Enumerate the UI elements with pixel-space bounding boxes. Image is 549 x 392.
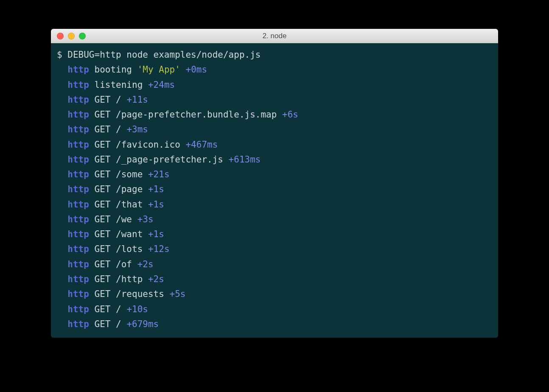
indent <box>57 227 67 242</box>
log-namespace: http <box>67 140 89 150</box>
log-namespace: http <box>67 319 89 329</box>
log-namespace: http <box>67 214 89 224</box>
close-icon[interactable] <box>57 33 64 39</box>
indent <box>57 78 67 92</box>
log-delta: +3s <box>137 214 154 224</box>
command-line: $ DEBUG=http node examples/node/app.js <box>57 48 492 62</box>
indent <box>57 152 67 167</box>
log-message: GET /requests <box>95 289 170 299</box>
log-message-post <box>180 64 186 75</box>
indent <box>57 137 67 152</box>
indent <box>57 92 67 107</box>
log-namespace: http <box>67 184 89 194</box>
minimize-icon[interactable] <box>68 33 75 39</box>
log-message: GET /of <box>95 259 137 269</box>
log-delta: +2s <box>148 274 164 284</box>
log-delta: +1s <box>148 199 164 210</box>
log-delta: +5s <box>170 289 186 299</box>
indent <box>57 317 67 332</box>
indent <box>57 107 67 122</box>
indent <box>57 122 67 137</box>
log-message: GET / <box>95 95 127 105</box>
log-namespace: http <box>67 259 89 269</box>
log-message: GET /we <box>95 214 137 224</box>
log-message: GET /page <box>95 184 148 194</box>
log-delta: +24ms <box>148 80 175 90</box>
log-line: http booting 'My App' +0ms <box>57 62 492 77</box>
indent <box>57 302 67 317</box>
prompt-symbol: $ <box>57 50 67 60</box>
log-line: http listening +24ms <box>57 78 492 92</box>
indent <box>57 257 67 272</box>
log-message: GET / <box>95 304 127 314</box>
log-line: http GET /we +3s <box>57 212 492 227</box>
log-delta: +21s <box>148 169 170 179</box>
log-message: GET /http <box>95 274 148 284</box>
log-message: GET /want <box>95 229 148 239</box>
indent <box>57 182 67 197</box>
indent <box>57 62 67 77</box>
log-line: http GET / +10s <box>57 302 492 317</box>
log-delta: +679ms <box>126 319 159 329</box>
log-delta: +11s <box>126 95 148 105</box>
indent <box>57 167 67 182</box>
log-namespace: http <box>67 229 89 239</box>
log-line: http GET /page +1s <box>57 182 492 197</box>
log-line: http GET /http +2s <box>57 272 492 287</box>
log-delta: +613ms <box>229 154 261 165</box>
log-message: GET /lots <box>95 244 148 254</box>
log-message: listening <box>95 80 148 90</box>
window-title: 2. node <box>51 32 498 40</box>
log-output: http booting 'My App' +0ms http listenin… <box>57 62 492 332</box>
terminal-window: 2. node $ DEBUG=http node examples/node/… <box>51 29 498 338</box>
log-line: http GET /that +1s <box>57 197 492 212</box>
indent <box>57 212 67 227</box>
log-line: http GET /_page-prefetcher.js +613ms <box>57 152 492 167</box>
maximize-icon[interactable] <box>79 33 86 39</box>
log-namespace: http <box>67 244 89 254</box>
indent <box>57 287 67 302</box>
log-namespace: http <box>67 289 89 299</box>
log-delta: +1s <box>148 229 164 239</box>
log-message: GET /favicon.ico <box>95 140 186 150</box>
log-namespace: http <box>67 199 89 210</box>
log-delta: +10s <box>126 304 148 314</box>
log-line: http GET /requests +5s <box>57 287 492 302</box>
log-message: booting <box>95 64 137 75</box>
indent <box>57 242 67 257</box>
titlebar: 2. node <box>51 29 498 43</box>
log-string: 'My App' <box>137 64 180 75</box>
log-delta: +1s <box>148 184 164 194</box>
log-line: http GET / +679ms <box>57 317 492 332</box>
log-namespace: http <box>67 154 89 165</box>
log-namespace: http <box>67 95 89 105</box>
log-namespace: http <box>67 274 89 284</box>
log-line: http GET /lots +12s <box>57 242 492 257</box>
log-namespace: http <box>67 109 89 120</box>
log-line: http GET /want +1s <box>57 227 492 242</box>
log-namespace: http <box>67 169 89 179</box>
command-text: DEBUG=http node examples/node/app.js <box>67 50 260 60</box>
log-message: GET / <box>95 319 127 329</box>
log-message: GET /that <box>95 199 148 210</box>
log-line: http GET /page-prefetcher.bundle.js.map … <box>57 107 492 122</box>
indent <box>57 197 67 212</box>
log-line: http GET /favicon.ico +467ms <box>57 137 492 152</box>
log-namespace: http <box>67 80 89 90</box>
log-line: http GET /some +21s <box>57 167 492 182</box>
log-message: GET / <box>95 124 127 134</box>
log-namespace: http <box>67 304 89 314</box>
log-namespace: http <box>67 64 89 75</box>
log-delta: +3ms <box>126 124 148 134</box>
log-namespace: http <box>67 124 89 134</box>
log-line: http GET /of +2s <box>57 257 492 272</box>
log-message: GET /page-prefetcher.bundle.js.map <box>95 109 283 120</box>
log-delta: +0ms <box>185 64 207 75</box>
log-line: http GET / +11s <box>57 92 492 107</box>
log-line: http GET / +3ms <box>57 122 492 137</box>
log-delta: +467ms <box>185 140 218 150</box>
log-delta: +12s <box>148 244 170 254</box>
terminal-body[interactable]: $ DEBUG=http node examples/node/app.js h… <box>51 43 498 338</box>
log-delta: +2s <box>137 259 154 269</box>
log-message: GET /_page-prefetcher.js <box>95 154 229 165</box>
